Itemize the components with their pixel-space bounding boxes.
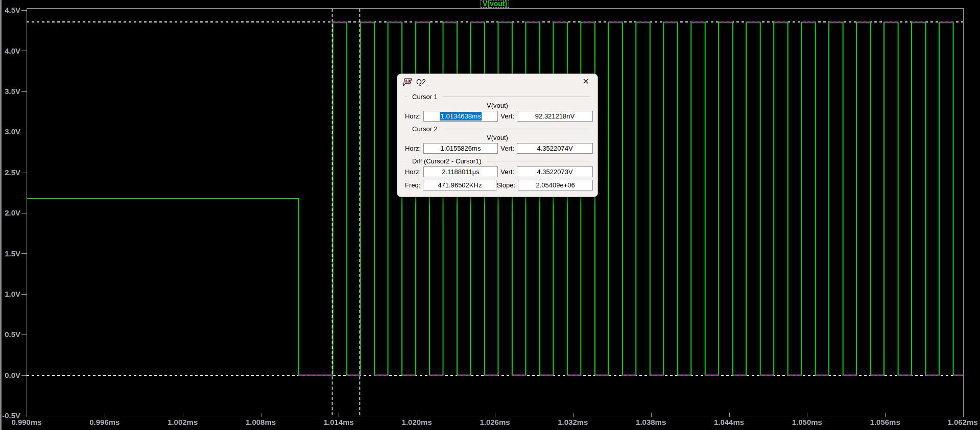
diff-vert-input[interactable]: 4.3522073V <box>517 166 593 177</box>
cursor1-values-row: Horz: 1.0134638ms Vert: 92.321218nV <box>402 111 593 122</box>
cursor1-horz-label: Horz: <box>402 112 421 120</box>
cursor-dialog[interactable]: Q2 ✕ Cursor 1 V(vout) Horz: 1.0134638ms … <box>397 74 598 197</box>
diff-horz-vert-row: Horz: 2.1188011µs Vert: 4.3522073V <box>402 166 593 177</box>
cursor2-horz-value: 1.0155826ms <box>441 145 481 152</box>
cursor2-vert-input[interactable]: 4.3522074V <box>517 143 593 154</box>
diff-group-label: Diff (Cursor2 - Cursor1) <box>412 157 482 165</box>
window-left-edge <box>0 0 2 430</box>
text-caret <box>450 112 451 120</box>
diff-vert-label: Vert: <box>500 168 514 176</box>
cursor1-vert-input[interactable]: 92.321218nV <box>517 111 593 122</box>
cursor2-vert-label: Vert: <box>500 145 514 152</box>
cursor1-horz-input[interactable]: 1.0134638ms <box>423 111 498 122</box>
ltspice-logo-icon <box>402 78 412 86</box>
cursor1-vert-value: 92.321218nV <box>535 112 575 120</box>
diff-group-header: Diff (Cursor2 - Cursor1) <box>402 157 593 165</box>
cursor1-horz-value-selected: 1.0134638ms <box>440 112 482 121</box>
cursor2-values-row: Horz: 1.0155826ms Vert: 4.3522074V <box>402 143 593 154</box>
cursor1-trace-name: V(vout) <box>397 101 597 110</box>
diff-horz-input[interactable]: 2.1188011µs <box>423 166 498 177</box>
cursor1-group-label: Cursor 1 <box>412 93 438 101</box>
slope-value: 2.05409e+06 <box>536 181 575 189</box>
diff-freq-slope-row: Freq: 471.96502KHz Slope: 2.05409e+06 <box>402 180 593 190</box>
cursor1-group-header: Cursor 1 <box>402 92 593 101</box>
cursor2-vert-value: 4.3522074V <box>537 145 572 152</box>
cursor-dialog-titlebar[interactable]: Q2 ✕ <box>397 74 597 89</box>
waveform-plot-canvas[interactable] <box>0 0 980 430</box>
cursor2-horz-input[interactable]: 1.0155826ms <box>423 143 498 154</box>
cursor2-group-label: Cursor 2 <box>412 125 438 133</box>
freq-input[interactable]: 471.96502KHz <box>423 180 496 190</box>
freq-label: Freq: <box>402 181 420 189</box>
cursor2-trace-name: V(vout) <box>397 133 597 142</box>
cursor2-horz-label: Horz: <box>402 145 421 152</box>
diff-horz-value: 2.1188011µs <box>442 168 480 176</box>
cursor1-vert-label: Vert: <box>500 112 514 120</box>
freq-value: 471.96502KHz <box>438 181 482 189</box>
cursor-dialog-title: Q2 <box>416 78 426 86</box>
close-icon[interactable]: ✕ <box>580 75 592 88</box>
slope-label: Slope: <box>496 181 515 189</box>
trace-title-label[interactable]: V(vout) <box>481 0 509 8</box>
cursor2-group-header: Cursor 2 <box>402 125 593 133</box>
diff-vert-value: 4.3522073V <box>537 168 572 176</box>
slope-input[interactable]: 2.05409e+06 <box>518 180 593 190</box>
waveform-window: V(vout) Q2 ✕ Cursor 1 V(vout) Horz: 1.01… <box>0 0 980 430</box>
diff-horz-label: Horz: <box>402 168 421 176</box>
